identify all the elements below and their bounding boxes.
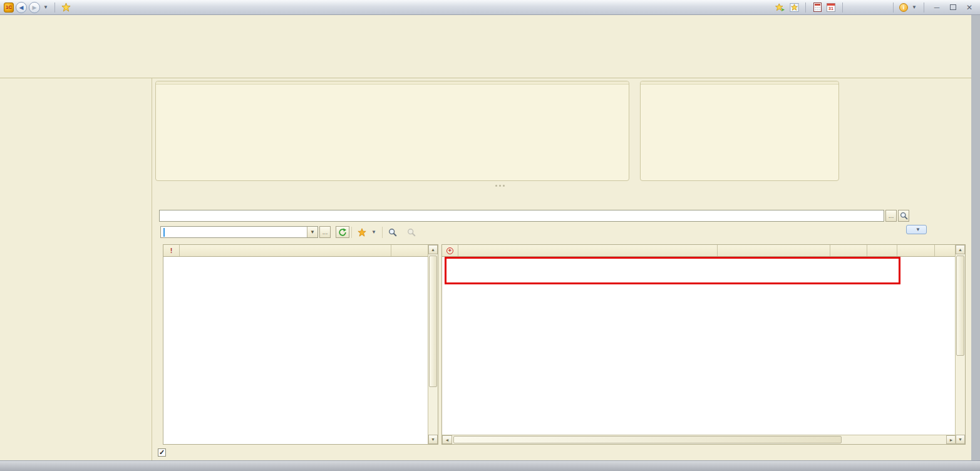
add-column-header[interactable]: + (442, 245, 458, 256)
scroll-right-icon[interactable]: ► (946, 435, 955, 444)
asset-column-header[interactable] (458, 245, 718, 256)
scroll-left-icon[interactable]: ◄ (442, 435, 452, 444)
scroll-down-icon[interactable]: ▼ (428, 435, 438, 444)
info-button[interactable]: i (899, 3, 908, 12)
scroll-thumb[interactable] (956, 256, 964, 356)
actions-button[interactable]: ▼ (354, 227, 380, 238)
history-dropdown-icon[interactable]: ▼ (42, 4, 49, 10)
memory-recall-button[interactable] (848, 2, 860, 13)
organization-search-button[interactable] (898, 210, 909, 222)
calendar-icon[interactable]: 31 (825, 2, 837, 13)
service-panel (640, 81, 839, 181)
main-area: ... ▼ ... ▼ (152, 78, 971, 460)
svg-text:31: 31 (828, 6, 833, 11)
forward-button[interactable]: ▶ (29, 2, 40, 13)
flag-column-header[interactable]: ! (163, 245, 180, 256)
filter-ellipsis-button[interactable]: ... (319, 226, 331, 238)
actions-star-icon (358, 228, 366, 237)
minimize-button[interactable]: ─ (930, 2, 944, 13)
mol-column-header[interactable] (935, 245, 955, 256)
favorites-go-icon[interactable] (775, 2, 786, 13)
all-actions-button[interactable]: ▼ (906, 225, 927, 234)
assets-table-header: + (442, 245, 955, 257)
favorites-star-icon[interactable] (60, 2, 73, 13)
assets-hscrollbar[interactable]: ◄ ► (442, 435, 955, 444)
scroll-up-icon[interactable]: ▲ (956, 245, 965, 254)
info-dropdown-icon[interactable]: ▼ (910, 4, 918, 10)
window-bottom-frame (0, 460, 980, 471)
calculator-icon[interactable] (812, 2, 823, 13)
background-window-edge (971, 15, 980, 460)
app-window: 1С ◀ ▶ ▼ 31 (0, 0, 980, 471)
filter-value (163, 228, 165, 237)
departments-table-header: ! (163, 245, 428, 257)
filter-dropdown-icon[interactable]: ▼ (307, 227, 317, 237)
category-column-header[interactable] (867, 245, 897, 256)
annotation-red-box (445, 257, 900, 284)
memory-plus-button[interactable] (862, 2, 874, 13)
okof-column-header[interactable] (897, 245, 935, 256)
navigation-sidebar (0, 78, 152, 460)
find-magnifier-icon (388, 228, 397, 237)
hscroll-thumb[interactable] (453, 436, 842, 443)
departments-vscrollbar[interactable]: ▲ ▼ (428, 245, 438, 444)
scroll-up-icon[interactable]: ▲ (428, 245, 438, 254)
find-button[interactable] (384, 227, 403, 238)
assets-table: + ◄ ► ▲ ▼ (441, 244, 966, 445)
empty-column-header[interactable] (391, 245, 428, 256)
scroll-down-icon[interactable]: ▼ (956, 435, 965, 444)
organization-ellipsis-button[interactable]: ... (885, 210, 897, 222)
clear-search-icon (407, 228, 416, 237)
filter-combo[interactable]: ▼ (160, 226, 318, 238)
organization-input[interactable] (159, 210, 884, 222)
clear-search-button[interactable] (403, 227, 420, 238)
add-favorite-icon[interactable] (788, 2, 800, 13)
back-button[interactable]: ◀ (16, 2, 27, 13)
subsystem-ribbon (0, 15, 971, 78)
scroll-thumb[interactable] (429, 256, 437, 387)
department-column-header[interactable] (180, 245, 391, 256)
inventory-column-header[interactable] (718, 245, 830, 256)
refresh-button[interactable] (336, 226, 349, 238)
window-titlebar: 1С ◀ ▶ ▼ 31 (0, 0, 980, 15)
departments-table: ! ▲ ▼ (163, 244, 438, 445)
splitter-grip[interactable] (490, 185, 509, 187)
app-icon: 1С (4, 3, 14, 13)
memory-minus-button[interactable] (876, 2, 887, 13)
reports-panel (155, 81, 629, 181)
assets-vscrollbar[interactable]: ▲ ▼ (955, 245, 965, 444)
maximize-button[interactable] (946, 2, 960, 13)
close-button[interactable]: ✕ (962, 2, 976, 13)
wear-column-header[interactable] (830, 245, 867, 256)
only-actual-checkbox[interactable]: ✓ (158, 448, 166, 457)
